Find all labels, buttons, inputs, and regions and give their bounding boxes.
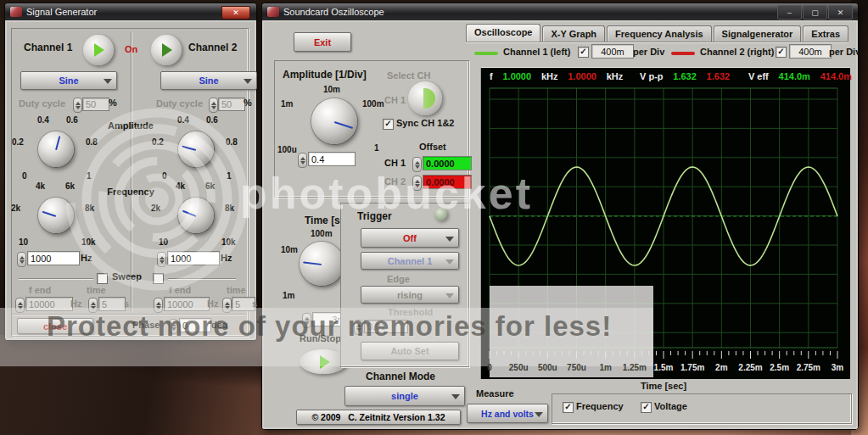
frequency-checkbox[interactable] (563, 402, 574, 413)
waveform1-value: Sine (59, 75, 78, 86)
knob-label: 1m (283, 291, 294, 300)
waveform1-dropdown[interactable]: Sine (20, 71, 117, 90)
scope-amplitude-spinner[interactable] (298, 153, 307, 168)
channel2-per-div-input[interactable]: 400m (789, 44, 832, 59)
knob-label: 100u (277, 145, 297, 154)
channel2-color-swatch (671, 52, 695, 55)
channel-mode-dropdown[interactable]: single (344, 386, 465, 406)
select-ch-label: Select CH (387, 70, 430, 81)
scope-amplitude-knob[interactable] (311, 98, 357, 144)
channel-mode-label: Channel Mode (366, 371, 435, 382)
tab-signalgenerator[interactable]: Signalgenerator (714, 25, 802, 42)
version-label: © 2009 C. Zeitnitz Version 1.32 (311, 412, 445, 422)
watermark-tagline-text: Protect more of your memories for less! (47, 310, 612, 343)
channel2-label: Channel 2 (188, 42, 237, 53)
close-icon: ✕ (232, 8, 239, 17)
frequency1-spinner[interactable] (17, 252, 26, 267)
waveform2-value: Sine (199, 75, 218, 86)
channel-mode-value: single (391, 391, 418, 401)
knob-label: 1m (281, 99, 293, 109)
trigger-edge-dropdown[interactable]: rising (361, 286, 459, 304)
sync-ch-label: Sync CH 1&2 (396, 118, 454, 128)
maximize-button[interactable]: ▢ (803, 5, 827, 20)
scope-time-knob[interactable] (300, 242, 344, 286)
knob-needle (334, 121, 353, 129)
legend-channel1-label: Channel 1 (left) (503, 47, 570, 57)
sync-ch-checkbox[interactable] (383, 119, 394, 130)
tab-baseline (466, 42, 848, 42)
trigger-channel-value: Channel 1 (388, 256, 433, 266)
knob-needle (303, 261, 322, 265)
signal-generator-titlebar[interactable]: Signal Generator (5, 3, 256, 20)
x-tick-label: 1.75m (680, 363, 704, 372)
x-tick-label: 2.25m (738, 363, 762, 372)
minimize-button[interactable]: – (777, 5, 802, 20)
channel1-visible-checkbox[interactable] (578, 47, 589, 58)
trigger-mode-value: Off (403, 233, 417, 243)
channel2-enable-button[interactable] (151, 35, 182, 65)
exit-label: Exit (314, 37, 331, 47)
waveform2-dropdown[interactable]: Sine (160, 71, 257, 90)
ch1-select-button[interactable] (408, 81, 442, 115)
window-title: Soundcard Oszilloscope (283, 7, 384, 17)
tab-x-y-graph[interactable]: X-Y Graph (542, 25, 605, 42)
version-button[interactable]: © 2009 C. Zeitnitz Version 1.32 (296, 410, 461, 425)
close-button[interactable]: ✕ (828, 5, 853, 20)
dropdown-arrow-icon (104, 79, 112, 84)
channel1-enable-button[interactable] (83, 35, 114, 65)
x-tick-label: 1.5m (654, 363, 674, 372)
x-tick-label: 750u (567, 363, 586, 372)
dropdown-arrow-icon (244, 79, 252, 84)
dropdown-arrow-icon (445, 259, 454, 265)
channel2-visible-checkbox[interactable] (776, 47, 787, 58)
x-tick-label: 2m (715, 363, 727, 372)
measure-mode-dropdown[interactable]: Hz and volts (467, 404, 548, 423)
scope-amplitude-input[interactable]: 0.4 (308, 152, 356, 166)
green-indicator (423, 88, 435, 109)
photobucket-rings-logo (47, 89, 267, 310)
voltage-checkbox[interactable] (641, 402, 652, 413)
dropdown-arrow-icon (535, 412, 543, 417)
play-triangle-icon (94, 43, 104, 57)
window-title: Signal Generator (26, 7, 97, 17)
channel1-per-div-input[interactable]: 400m (591, 44, 634, 59)
knob-label: 10 (19, 237, 28, 247)
trigger-channel-dropdown[interactable]: Channel 1 (361, 252, 459, 270)
tab-extras[interactable]: Extras (803, 25, 848, 42)
x-tick-label: 500u (538, 363, 557, 372)
x-axis-label: Time [sec] (625, 381, 702, 391)
offset-ch1-label: CH 1 (384, 158, 406, 168)
x-tick-label: 1.25m (623, 363, 647, 372)
offset-label: Offset (419, 142, 446, 152)
x-tick-label: 2.5m (770, 363, 789, 372)
tab-frequency-analysis[interactable]: Frequency Analysis (607, 25, 712, 42)
channel1-color-swatch (474, 52, 498, 55)
oscilloscope-titlebar[interactable]: Soundcard Oszilloscope (262, 3, 858, 20)
tab-oscilloscope[interactable]: Oscilloscope (466, 24, 540, 42)
per-div-label: per Div (829, 47, 860, 57)
knob-label: 0.2 (12, 137, 24, 147)
measure-label: Measure (476, 388, 514, 399)
per-div-label: per Div (633, 47, 664, 57)
close-icon: ✕ (837, 8, 844, 17)
close-button[interactable]: ✕ (221, 6, 250, 20)
watermark-brand-text: photobucket (240, 168, 533, 219)
dropdown-arrow-icon (445, 237, 454, 242)
ch1-select-label: CH 1 (384, 95, 406, 105)
on-status: On (125, 44, 137, 54)
play-triangle-icon (162, 43, 172, 57)
x-tick-label: 3m (832, 363, 843, 372)
x-tick-label: 250u (509, 363, 529, 372)
frequency-checkbox-label: Frequency (576, 401, 624, 411)
trigger-edge-value: rising (397, 290, 423, 300)
amplitude-div-label: Amplitude [1/Div] (283, 69, 367, 81)
x-tick-label: 0 (487, 363, 492, 372)
knob-label: 2k (11, 204, 20, 213)
tab-bar: OscilloscopeX-Y GraphFrequency AnalysisS… (466, 24, 848, 42)
measure-mode-value: Hz and volts (481, 409, 534, 419)
edge-label: Edge (387, 274, 410, 284)
trigger-mode-dropdown[interactable]: Off (361, 228, 459, 248)
maximize-icon: ▢ (811, 8, 819, 17)
x-tick-label: 2.75m (797, 363, 820, 372)
exit-button[interactable]: Exit (294, 32, 351, 52)
